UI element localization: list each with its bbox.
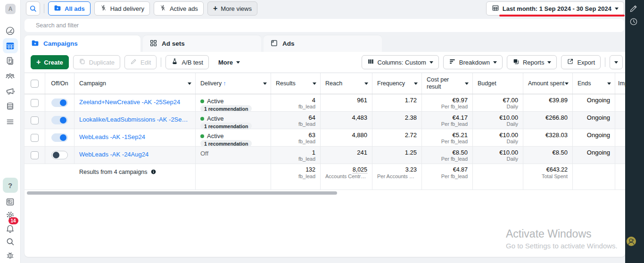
export-button[interactable]: Export: [561, 55, 601, 69]
chevron-down-icon: [263, 82, 267, 85]
row-checkbox-cell: [25, 147, 45, 164]
duplicate-button[interactable]: Duplicate: [73, 55, 120, 69]
edit-button[interactable]: Edit: [124, 55, 157, 69]
duplicate-icon: [79, 58, 86, 66]
recommendation-badge[interactable]: 1 recommendation: [200, 140, 252, 147]
clock-icon[interactable]: [629, 17, 640, 28]
horizontal-scrollbar-thumb[interactable]: [27, 191, 337, 195]
header-off-on: Off/On: [45, 73, 74, 94]
header-amount-spent[interactable]: Amount spent: [523, 73, 573, 94]
cost-per-result-cell: €5.21Per fb_lead: [422, 129, 473, 146]
budget-cell: €10.00Daily: [473, 129, 523, 146]
header-impressions-clipped[interactable]: Imp: [615, 73, 625, 94]
reach-cell: 4,880: [321, 129, 372, 146]
row-checkbox-cell: [25, 94, 45, 111]
campaign-toggle[interactable]: [51, 151, 68, 159]
billing-coins-icon[interactable]: [3, 99, 18, 114]
info-icon[interactable]: [150, 169, 157, 176]
bug-icon[interactable]: [3, 247, 18, 263]
toggle-knob: [60, 117, 66, 123]
more-views-button[interactable]: + More views: [207, 1, 257, 16]
account-avatar[interactable]: A: [5, 4, 16, 14]
tab-ad-sets[interactable]: Ad sets: [143, 35, 261, 52]
header-ends[interactable]: Ends: [573, 73, 615, 94]
campaign-toggle[interactable]: [51, 116, 68, 124]
pencil-icon: [130, 58, 137, 66]
menu-icon[interactable]: [3, 114, 18, 129]
ads-megaphone-icon[interactable]: [3, 83, 18, 99]
pages-icon[interactable]: [3, 53, 18, 68]
table-row: Lookalike/LeadSubmissions -AK -2Sep24 Ac…: [25, 112, 625, 129]
support-agent-avatar[interactable]: [627, 237, 644, 254]
help-icon[interactable]: ?: [3, 178, 18, 193]
edit-label: Edit: [140, 59, 151, 66]
recommendation-badge[interactable]: 1 recommendation: [200, 105, 252, 112]
ads-manager-app: A ? 14: [0, 0, 644, 263]
more-actions-chevron-button[interactable]: [610, 55, 623, 69]
header-delivery[interactable]: Delivery↑: [196, 73, 271, 94]
summary-impressions-cell: [615, 164, 625, 189]
summary-label: Results from 4 campaigns: [79, 169, 148, 175]
audiences-people-icon[interactable]: [3, 68, 18, 83]
row-checkbox-cell: [25, 129, 45, 146]
more-button[interactable]: More: [213, 55, 245, 69]
chevron-down-icon: [607, 82, 611, 85]
toolbar-divider: [605, 58, 605, 67]
campaign-name-link[interactable]: WebLeads -AK -24Aug24: [74, 147, 196, 164]
flask-icon: [171, 58, 178, 66]
columns-button[interactable]: Columns: Custom: [362, 55, 439, 69]
row-checkbox[interactable]: [31, 99, 39, 107]
tab-ads[interactable]: Ads: [264, 35, 382, 52]
summary-delivery-cell: [196, 164, 271, 189]
chevron-down-icon: [565, 82, 569, 85]
date-range-selector[interactable]: Last month: 1 Sep 2024 - 30 Sep 2024: [486, 1, 624, 16]
table-toolbar: + Create Duplicate Edit A/B test: [25, 52, 625, 73]
create-button[interactable]: + Create: [31, 55, 69, 69]
header-budget[interactable]: Budget: [473, 73, 523, 94]
columns-icon: [367, 58, 374, 66]
row-toggle-cell: [45, 129, 74, 146]
pencil-icon[interactable]: [629, 4, 640, 15]
campaign-name-link[interactable]: Lookalike/LeadSubmissions -AK -2Sep24: [74, 112, 196, 129]
header-campaign[interactable]: Campaign: [74, 73, 196, 94]
tab-campaigns[interactable]: Campaigns: [25, 35, 140, 52]
header-cost-per-result[interactable]: Cost per result: [422, 73, 473, 94]
dashboard-gauge-icon[interactable]: [3, 23, 18, 38]
ends-cell: Ongoing: [573, 94, 615, 111]
campaign-toggle[interactable]: [51, 133, 68, 142]
row-toggle-cell: [45, 94, 74, 111]
plus-icon: +: [36, 58, 41, 66]
view-filter-had-delivery[interactable]: Had delivery: [94, 1, 150, 16]
search-sidebar-icon[interactable]: [3, 234, 18, 249]
row-checkbox[interactable]: [31, 116, 39, 124]
search-filter-input[interactable]: [25, 19, 624, 32]
view-filter-active-ads[interactable]: Active ads: [154, 1, 204, 16]
folder-icon: [31, 39, 39, 49]
reports-button[interactable]: Reports: [507, 55, 557, 69]
campaign-name-link[interactable]: WebLeads -AK -1Sep24: [74, 129, 196, 146]
summary-ends-cell: [573, 164, 615, 189]
header-reach[interactable]: Reach: [321, 73, 372, 94]
campaign-name-link[interactable]: Zeeland+NewCreative -AK -25Sep24: [74, 94, 196, 111]
header-frequency[interactable]: Frequency: [372, 73, 422, 94]
header-results[interactable]: Results: [271, 73, 321, 94]
row-checkbox[interactable]: [31, 134, 39, 142]
ends-cell: Ongoing: [573, 112, 615, 129]
tab-label: Ad sets: [162, 40, 185, 47]
row-checkbox[interactable]: [31, 151, 39, 159]
active-status-dot: [200, 134, 204, 138]
search-views-button[interactable]: [26, 1, 40, 16]
reach-cell: 241: [321, 147, 372, 164]
campaign-toggle[interactable]: [51, 99, 68, 107]
amount-spent-cell: €266.80: [523, 112, 573, 129]
reports-label: Reports: [523, 59, 545, 66]
active-status-dot: [200, 117, 204, 121]
view-filter-all-ads[interactable]: All ads: [48, 1, 91, 16]
toggle-knob: [60, 99, 66, 106]
ab-test-button[interactable]: A/B test: [165, 55, 209, 69]
select-all-checkbox[interactable]: [31, 80, 39, 88]
breakdown-button[interactable]: Breakdown: [443, 55, 503, 69]
left-sidebar: A ? 14: [0, 0, 21, 263]
recommendation-badge[interactable]: 1 recommendation: [200, 123, 252, 130]
campaigns-table-icon[interactable]: [3, 38, 18, 53]
